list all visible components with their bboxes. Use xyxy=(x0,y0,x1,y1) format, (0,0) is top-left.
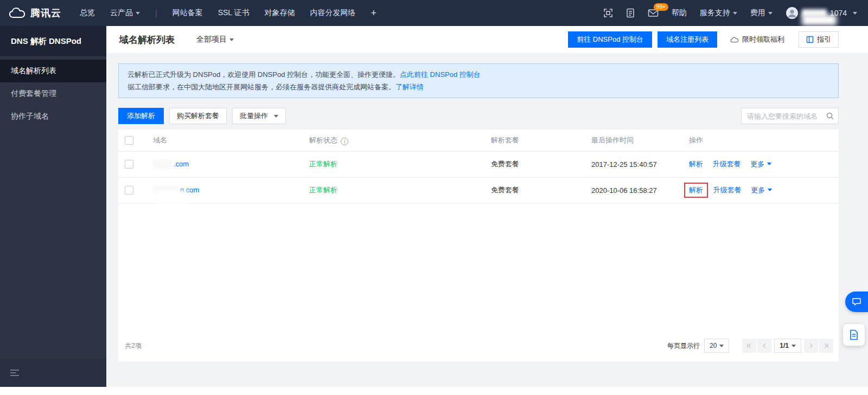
add-record-button[interactable]: 添加解析 xyxy=(118,108,164,124)
banner-line-2: 据工信部要求，在中国大陆地区开展网站服务，必须在服务器提供商处完成网站备案。了解… xyxy=(127,81,829,93)
col-actions: 操作 xyxy=(689,129,839,151)
chevron-down-icon xyxy=(136,12,140,15)
search-box xyxy=(741,108,839,124)
chat-support-button[interactable] xyxy=(845,292,868,312)
sidebar-collapse-bar[interactable] xyxy=(0,358,106,387)
project-filter-dropdown[interactable]: 全部项目 xyxy=(196,35,234,44)
col-time: 最后操作时间 xyxy=(591,129,689,151)
pager: 1/1 xyxy=(742,339,833,353)
chat-bubble-icon xyxy=(852,297,861,306)
resolve-action-link[interactable]: 解析 xyxy=(689,160,703,168)
promo-link[interactable]: 限时领取福利 xyxy=(730,35,784,44)
row-checkbox[interactable] xyxy=(125,186,133,195)
message-count-badge: 99+ xyxy=(654,3,668,11)
pagination-area: 每页显示行 20 1/1 xyxy=(667,339,833,353)
banner-learn-more-link[interactable]: 了解详情 xyxy=(395,83,424,91)
redaction-blob xyxy=(802,15,837,25)
nav-overview[interactable]: 总览 xyxy=(80,8,95,18)
sidebar-item-domain-list[interactable]: 域名解析列表 xyxy=(0,60,106,82)
topbar: 腾讯云 总览 云产品 | 网站备案 SSL 证书 对象存储 内容分发网络 + xyxy=(0,0,868,26)
status-badge: 正常解析 xyxy=(309,186,337,194)
info-icon[interactable]: i xyxy=(341,138,348,145)
redaction-blob xyxy=(155,191,188,205)
sidebar-item-sub-domains[interactable]: 协作子域名 xyxy=(0,105,106,128)
table-toolbar: 添加解析 购买解析套餐 批量操作 xyxy=(118,108,839,124)
domain-table: 域名 解析状态i 解析套餐 最后操作时间 操作 .com 正常解析 免费套餐 xyxy=(118,129,839,204)
nav-object-storage[interactable]: 对象存储 xyxy=(264,8,295,18)
more-actions-dropdown[interactable]: 更多 xyxy=(751,186,772,194)
batch-actions-dropdown[interactable]: 批量操作 xyxy=(232,108,286,124)
nav-separator: | xyxy=(155,9,157,17)
sidebar: DNS 解析 DNSPod 域名解析列表 付费套餐管理 协作子域名 xyxy=(0,26,106,387)
per-page-label: 每页显示行 xyxy=(667,341,700,351)
chevron-down-icon xyxy=(767,163,771,165)
prev-page-button[interactable] xyxy=(757,339,771,353)
docs-feedback-button[interactable] xyxy=(843,324,865,346)
more-actions-dropdown[interactable]: 更多 xyxy=(750,160,771,168)
support-menu[interactable]: 服务支持 xyxy=(700,8,737,18)
time-cell: 2017-12-25 15:40:57 xyxy=(591,160,657,169)
sidebar-item-paid-plans[interactable]: 付费套餐管理 xyxy=(0,82,106,105)
page-title: 域名解析列表 xyxy=(119,34,175,46)
nav-add-favorite-button[interactable]: + xyxy=(371,8,376,19)
col-plan: 解析套餐 xyxy=(491,129,591,151)
chevron-down-icon xyxy=(274,115,278,118)
chevron-down-icon xyxy=(719,345,724,347)
total-count: 共2项 xyxy=(125,341,142,351)
search-icon[interactable] xyxy=(826,112,834,122)
upgrade-action-link[interactable]: 升级套餐 xyxy=(713,160,741,168)
first-page-button[interactable] xyxy=(742,339,756,353)
nav-ssl-cert[interactable]: SSL 证书 xyxy=(218,8,250,18)
document-icon[interactable] xyxy=(626,8,635,18)
sidebar-title: DNS 解析 DNSPod xyxy=(0,26,106,56)
guide-button[interactable]: 指引 xyxy=(799,31,839,48)
cloud-logo-icon xyxy=(9,7,26,20)
col-status: 解析状态i xyxy=(309,129,491,151)
mail-icon[interactable]: 99+ xyxy=(648,9,659,17)
chevron-down-icon xyxy=(768,12,773,15)
search-input[interactable] xyxy=(741,108,839,124)
banner-line-1: 云解析已正式升级为 DNSPod，欢迎使用 DNSPod 控制台，功能更全面、操… xyxy=(127,68,829,81)
top-nav: 总览 云产品 | 网站备案 SSL 证书 对象存储 内容分发网络 + xyxy=(80,8,376,19)
promo-cloud-icon xyxy=(730,36,739,43)
chevron-down-icon xyxy=(229,38,234,41)
highlight-red-box: 解析 xyxy=(684,183,708,198)
chevron-down-icon xyxy=(853,12,857,15)
guide-book-icon xyxy=(806,36,814,43)
avatar xyxy=(786,7,799,20)
page-indicator-select[interactable]: 1/1 xyxy=(774,339,801,353)
col-domain: 域名 xyxy=(153,129,309,151)
last-page-button[interactable] xyxy=(819,339,833,353)
per-page-select[interactable]: 20 xyxy=(704,339,729,353)
nav-icp-filing[interactable]: 网站备案 xyxy=(173,8,203,18)
chevron-down-icon xyxy=(768,189,772,191)
billing-menu[interactable]: 费用 xyxy=(750,8,773,18)
goto-dnspod-button[interactable]: 前往 DNSPod 控制台 xyxy=(568,31,652,48)
domain-table-card: 域名 解析状态i 解析套餐 最后操作时间 操作 .com 正常解析 免费套餐 xyxy=(118,129,839,361)
upgrade-action-link[interactable]: 升级套餐 xyxy=(713,186,742,194)
nav-cdn[interactable]: 内容分发网络 xyxy=(310,8,355,18)
plan-cell: 免费套餐 xyxy=(491,186,519,194)
select-all-checkbox[interactable] xyxy=(125,136,133,145)
resolve-action-link[interactable]: 解析 xyxy=(689,186,703,194)
time-cell: 2020-10-06 16:58:27 xyxy=(591,186,657,195)
table-row: n.com 正常解析 免费套餐 2020-10-06 16:58:27 解析 升… xyxy=(118,177,839,203)
next-page-button[interactable] xyxy=(804,339,818,353)
row-checkbox[interactable] xyxy=(125,160,133,169)
buy-plan-button[interactable]: 购买解析套餐 xyxy=(169,108,227,124)
notice-banner: 云解析已正式升级为 DNSPod，欢迎使用 DNSPod 控制台，功能更全面、操… xyxy=(118,63,839,98)
table-row: .com 正常解析 免费套餐 2017-12-25 15:40:57 解析 升级… xyxy=(118,151,839,177)
help-link[interactable]: 帮助 xyxy=(672,8,687,18)
domain-register-list-button[interactable]: 域名注册列表 xyxy=(658,31,717,48)
status-badge: 正常解析 xyxy=(309,160,337,168)
scan-tools-icon[interactable] xyxy=(603,8,613,18)
tencent-cloud-logo[interactable]: 腾讯云 xyxy=(0,7,61,20)
sidebar-menu: 域名解析列表 付费套餐管理 协作子域名 xyxy=(0,56,106,128)
banner-dnspod-link[interactable]: 点此前往 DNSPod 控制台 xyxy=(400,70,481,79)
chevron-down-icon xyxy=(792,345,796,347)
nav-cloud-products[interactable]: 云产品 xyxy=(110,8,140,18)
table-footer: 共2项 每页显示行 20 xyxy=(118,330,839,361)
content-area: 云解析已正式升级为 DNSPod，欢迎使用 DNSPod 控制台，功能更全面、操… xyxy=(106,53,868,361)
collapse-sidebar-icon xyxy=(10,369,20,377)
domain-link[interactable]: .com xyxy=(174,160,189,168)
